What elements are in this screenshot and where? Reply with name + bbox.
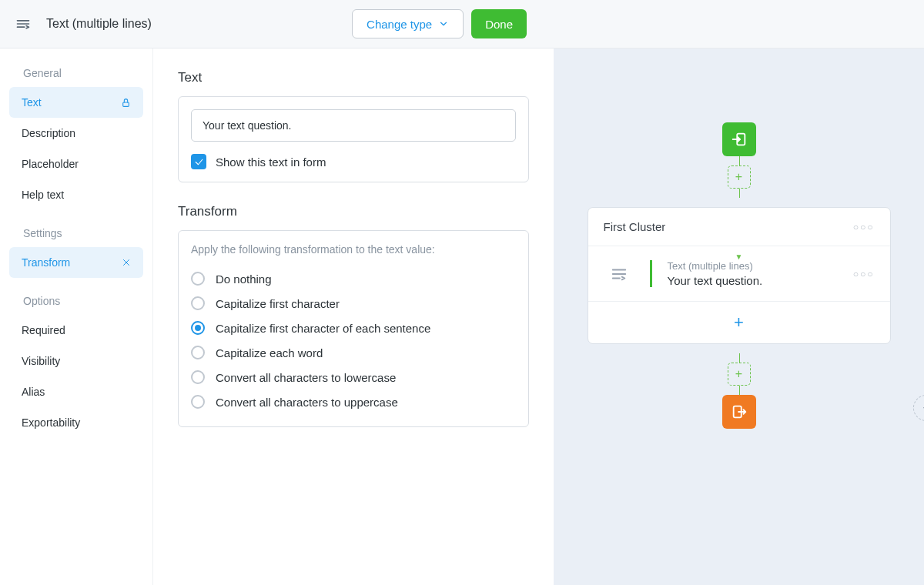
sidebar-item-label: Placeholder: [22, 158, 79, 170]
cluster-field: Text (multiple lines) Your text question…: [650, 260, 838, 287]
radio-icon: [191, 346, 205, 359]
text-multiline-icon: [609, 266, 629, 282]
header-title: Text (multiple lines): [46, 17, 343, 31]
close-icon[interactable]: [122, 258, 131, 267]
cluster-card[interactable]: First Cluster ○○○ Text (multiple lines) …: [588, 207, 891, 344]
cluster-field-type: Text (multiple lines): [668, 260, 838, 272]
sidebar-item-visibility[interactable]: Visibility: [9, 346, 143, 376]
radio-label: Capitalize first character of each sente…: [216, 322, 430, 335]
sidebar-item-label: Exportability: [22, 416, 80, 429]
text-card: Show this text in form: [178, 96, 529, 182]
side-add-button[interactable]: +: [913, 395, 924, 421]
show-in-form-label: Show this text in form: [216, 155, 326, 169]
transform-option-uppercase[interactable]: Convert all characters to uppercase: [191, 389, 516, 414]
check-icon: [194, 157, 204, 167]
change-type-button[interactable]: Change type: [352, 9, 464, 38]
radio-icon: [191, 296, 205, 310]
radio-icon: [191, 272, 205, 286]
transform-option-cap-first[interactable]: Capitalize first character: [191, 291, 516, 316]
cluster-title: First Cluster: [604, 220, 853, 233]
lock-icon: [121, 98, 131, 108]
sidebar-item-label: Transform: [22, 256, 70, 269]
sidebar-group-general: General: [23, 67, 143, 79]
sidebar-item-exportability[interactable]: Exportability: [9, 407, 143, 438]
radio-label: Convert all characters to uppercase: [216, 396, 398, 409]
show-in-form-row[interactable]: Show this text in form: [191, 154, 516, 169]
chevron-down-icon: [438, 18, 449, 29]
radio-icon: [191, 370, 205, 384]
transform-option-do-nothing[interactable]: Do nothing: [191, 266, 516, 291]
cluster-field-text: Your text question.: [668, 274, 838, 287]
flow-start-node[interactable]: [722, 122, 756, 156]
cluster-field-icon: [604, 266, 634, 282]
header-actions: Change type Done: [352, 9, 527, 38]
enter-icon: [731, 131, 748, 148]
more-icon[interactable]: ○○○: [853, 269, 875, 279]
plus-icon: +: [734, 313, 744, 333]
sidebar: General Text Description Placeholder Hel…: [0, 48, 153, 585]
radio-icon: [191, 395, 205, 409]
flow-add-after[interactable]: +: [728, 363, 751, 386]
sidebar-item-label: Visibility: [22, 355, 60, 367]
svg-rect-3: [123, 102, 129, 105]
done-button[interactable]: Done: [471, 9, 527, 38]
sidebar-item-text[interactable]: Text: [9, 87, 143, 118]
radio-label: Convert all characters to lowercase: [216, 371, 396, 384]
transform-help: Apply the following transformation to th…: [191, 243, 516, 256]
flow-end-node[interactable]: [722, 395, 756, 429]
sidebar-item-alias[interactable]: Alias: [9, 376, 143, 407]
sidebar-group-options: Options: [23, 295, 143, 307]
text-question-input[interactable]: [191, 109, 516, 142]
sidebar-item-placeholder[interactable]: Placeholder: [9, 149, 143, 179]
cluster-add-field[interactable]: +: [588, 301, 890, 343]
section-title-text: Text: [178, 70, 529, 85]
sidebar-item-required[interactable]: Required: [9, 315, 143, 346]
main: Text Show this text in form Transform Ap…: [153, 48, 554, 585]
show-in-form-checkbox[interactable]: [191, 154, 206, 169]
preview-pane: + ▼ First Cluster ○○○ Text (multiple lin…: [554, 48, 924, 585]
sidebar-item-label: Description: [22, 127, 75, 139]
radio-label: Capitalize each word: [216, 346, 323, 359]
section-title-transform: Transform: [178, 204, 529, 219]
text-multiline-icon: [15, 16, 31, 32]
radio-label: Capitalize first character: [216, 297, 340, 310]
transform-option-cap-sentence[interactable]: Capitalize first character of each sente…: [191, 316, 516, 340]
transform-option-lowercase[interactable]: Convert all characters to lowercase: [191, 365, 516, 389]
header: Text (multiple lines) Change type Done: [0, 0, 924, 48]
transform-option-cap-word[interactable]: Capitalize each word: [191, 340, 516, 365]
sidebar-item-label: Required: [22, 324, 65, 336]
sidebar-group-settings: Settings: [23, 227, 143, 239]
radio-icon: [191, 321, 205, 335]
sidebar-item-description[interactable]: Description: [9, 118, 143, 149]
sidebar-item-label: Help text: [22, 189, 64, 201]
radio-label: Do nothing: [216, 272, 272, 286]
more-icon[interactable]: ○○○: [853, 222, 875, 232]
sidebar-item-label: Alias: [22, 386, 45, 398]
arrow-down-icon: ▼: [735, 252, 743, 261]
cluster-header: First Cluster ○○○: [588, 208, 890, 246]
flow-add-before[interactable]: +: [728, 165, 751, 189]
change-type-label: Change type: [367, 18, 432, 31]
exit-icon: [731, 403, 748, 420]
sidebar-item-label: Text: [22, 96, 42, 109]
transform-card: Apply the following transformation to th…: [178, 230, 529, 427]
sidebar-item-transform[interactable]: Transform: [9, 247, 143, 278]
sidebar-item-help-text[interactable]: Help text: [9, 179, 143, 210]
